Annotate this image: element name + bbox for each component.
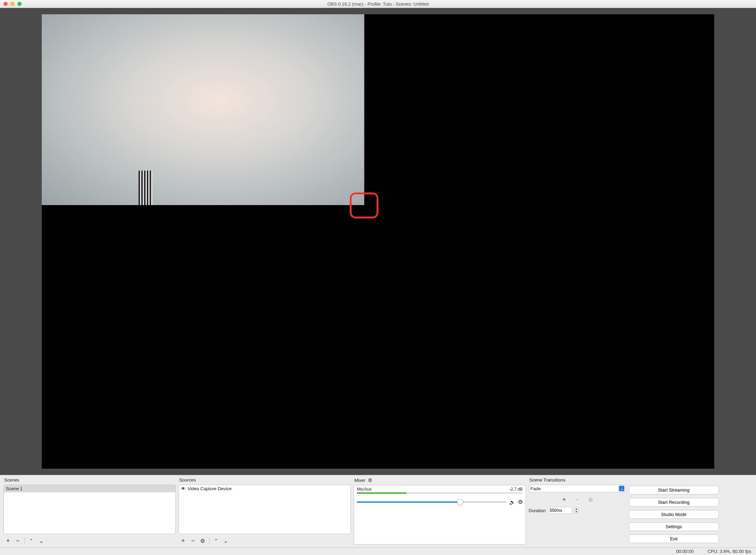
settings-button[interactable]: Settings (629, 522, 719, 531)
start-streaming-button[interactable]: Start Streaming (629, 486, 719, 494)
sources-header: Sources (179, 477, 351, 483)
controls-panel: Start Streaming Start Recording Studio M… (629, 477, 719, 545)
transition-duration-input[interactable] (548, 507, 572, 514)
scenes-move-down-button[interactable] (37, 537, 46, 545)
toolbar-separator (209, 538, 210, 544)
mixer-header: Mixer (354, 477, 526, 483)
transition-duration-stepper[interactable]: ▴ ▾ (574, 507, 578, 514)
eye-icon[interactable] (181, 486, 186, 491)
transition-remove-button[interactable] (573, 496, 582, 503)
scene-item[interactable]: Scene 1 (4, 485, 175, 492)
start-recording-button[interactable]: Start Recording (629, 498, 719, 507)
sources-toolbar (179, 536, 351, 545)
window-close-button[interactable] (3, 2, 8, 6)
exit-button[interactable]: Exit (629, 534, 719, 543)
preview-area[interactable] (0, 8, 756, 475)
transition-selected-label: Fade (530, 486, 541, 491)
scenes-toolbar (3, 536, 176, 545)
mixer-channel-gear-icon[interactable] (518, 499, 523, 505)
scenes-list[interactable]: Scene 1 (3, 485, 176, 534)
mixer-channel-name: Mic/Aux (357, 487, 372, 492)
select-caret-icon: ⌄ (619, 486, 624, 491)
window-minimize-button[interactable] (10, 2, 15, 6)
mixer-settings-icon[interactable] (368, 477, 372, 483)
transition-add-button[interactable] (560, 496, 569, 503)
bottom-dock: Scenes Scene 1 Sources Video Capture Dev… (0, 475, 756, 547)
source-item-label: Video Capture Device (188, 486, 231, 491)
transition-properties-button[interactable] (586, 496, 595, 503)
sources-list[interactable]: Video Capture Device (179, 485, 351, 534)
mixer-panel: Mixer Mic/Aux -2.7 dB (354, 477, 526, 545)
mixer-vu-meter (357, 492, 523, 494)
sources-add-button[interactable] (179, 537, 188, 545)
sources-remove-button[interactable] (188, 537, 197, 545)
status-cpu-fps: CPU: 3.8%, 60.00 fps (708, 549, 751, 554)
sources-properties-button[interactable] (198, 537, 207, 545)
source-item[interactable]: Video Capture Device (179, 485, 351, 492)
transition-duration-label: Duration (529, 508, 546, 513)
source-preview-video-capture[interactable] (42, 14, 364, 205)
window-title: OBS 0.16.2 (mac) - Profile: Tuto - Scene… (0, 1, 756, 7)
scenes-header: Scenes (3, 477, 176, 483)
scenes-panel: Scenes Scene 1 (3, 477, 176, 545)
transitions-header: Scene Transitions (529, 477, 626, 483)
mixer-header-label: Mixer (354, 478, 365, 483)
stepper-down-icon[interactable]: ▾ (575, 510, 578, 513)
status-time: 00:00:00 (676, 549, 694, 554)
speaker-icon[interactable] (509, 499, 515, 505)
scene-item-label: Scene 1 (6, 486, 23, 491)
status-bar: 00:00:00 CPU: 3.8%, 60.00 fps (0, 547, 756, 555)
mixer-level-db: -2.7 dB (509, 487, 523, 492)
transition-select[interactable]: Fade ⌄ (529, 485, 626, 492)
toolbar-separator (24, 538, 25, 544)
window-titlebar: OBS 0.16.2 (mac) - Profile: Tuto - Scene… (0, 0, 756, 8)
transitions-panel: Scene Transitions Fade ⌄ Duration ▴ ▾ (529, 477, 626, 545)
sources-move-down-button[interactable] (221, 537, 230, 545)
webcam-object (139, 171, 152, 205)
preview-canvas[interactable] (42, 14, 714, 469)
mixer-box: Mic/Aux -2.7 dB (354, 485, 526, 545)
sources-move-up-button[interactable] (212, 537, 221, 545)
mixer-volume-slider[interactable] (357, 501, 506, 503)
scenes-add-button[interactable] (3, 537, 13, 545)
sources-panel: Sources Video Capture Device (179, 477, 351, 545)
studio-mode-button[interactable]: Studio Mode (629, 510, 719, 519)
scenes-remove-button[interactable] (13, 537, 22, 545)
scenes-move-up-button[interactable] (27, 537, 36, 545)
window-zoom-button[interactable] (17, 2, 22, 6)
